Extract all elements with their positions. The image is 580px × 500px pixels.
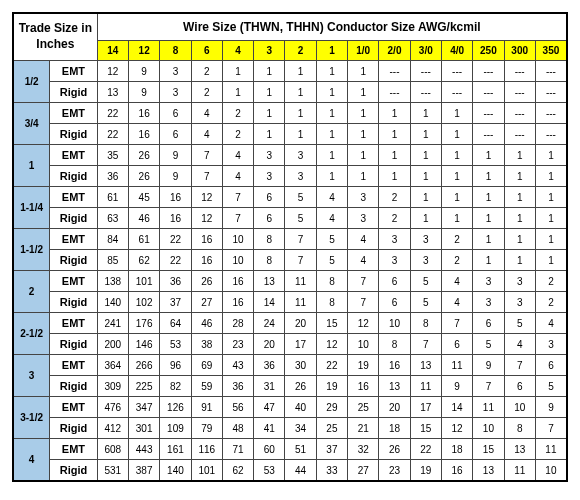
value-cell: 6 <box>535 355 567 376</box>
value-cell: 5 <box>410 292 441 313</box>
value-cell: 26 <box>379 439 410 460</box>
value-cell: 101 <box>129 271 160 292</box>
value-cell: 309 <box>97 376 128 397</box>
value-cell: 40 <box>285 397 316 418</box>
trade-size-cell: 3-1/2 <box>13 397 50 439</box>
trade-size-cell: 2-1/2 <box>13 313 50 355</box>
value-cell: 16 <box>222 271 253 292</box>
value-cell: --- <box>441 82 472 103</box>
value-cell: 12 <box>316 334 347 355</box>
value-cell: --- <box>379 82 410 103</box>
value-cell: 1 <box>535 187 567 208</box>
value-cell: 44 <box>285 460 316 482</box>
value-cell: 1 <box>379 145 410 166</box>
conduit-type-cell: Rigid <box>50 124 98 145</box>
table-row: 3/4EMT22166421111111--------- <box>13 103 567 124</box>
value-cell: 96 <box>160 355 191 376</box>
value-cell: 1 <box>348 103 379 124</box>
conduit-type-cell: EMT <box>50 313 98 334</box>
value-cell: 1 <box>316 166 347 187</box>
value-cell: 7 <box>348 271 379 292</box>
value-cell: 10 <box>379 313 410 334</box>
value-cell: 45 <box>129 187 160 208</box>
value-cell: 6 <box>441 334 472 355</box>
value-cell: 9 <box>160 166 191 187</box>
value-cell: 1 <box>535 229 567 250</box>
table-row: 1-1/4EMT6145161276543211111 <box>13 187 567 208</box>
value-cell: 7 <box>410 334 441 355</box>
col-header: 4 <box>222 41 253 61</box>
value-cell: 1 <box>473 250 504 271</box>
table-row: Rigid3092258259363126191613119765 <box>13 376 567 397</box>
value-cell: 126 <box>160 397 191 418</box>
value-cell: 1 <box>285 103 316 124</box>
value-cell: 1 <box>441 124 472 145</box>
value-cell: 12 <box>348 313 379 334</box>
table-row: Rigid4123011097948413425211815121087 <box>13 418 567 439</box>
value-cell: 10 <box>348 334 379 355</box>
value-cell: 26 <box>129 166 160 187</box>
value-cell: 2 <box>535 271 567 292</box>
value-cell: 5 <box>285 208 316 229</box>
value-cell: 2 <box>441 250 472 271</box>
value-cell: 1 <box>473 208 504 229</box>
value-cell: --- <box>473 82 504 103</box>
table-row: 1EMT35269743311111111 <box>13 145 567 166</box>
value-cell: 1 <box>348 145 379 166</box>
value-cell: 91 <box>191 397 222 418</box>
value-cell: 3 <box>160 82 191 103</box>
value-cell: 15 <box>316 313 347 334</box>
value-cell: 63 <box>97 208 128 229</box>
value-cell: 1 <box>379 103 410 124</box>
value-cell: 11 <box>535 439 567 460</box>
table-row: 4EMT6084431611167160513732262218151311 <box>13 439 567 460</box>
value-cell: 1 <box>410 124 441 145</box>
value-cell: --- <box>504 103 535 124</box>
trade-size-cell: 4 <box>13 439 50 482</box>
value-cell: 8 <box>316 292 347 313</box>
value-cell: 6 <box>379 292 410 313</box>
conduit-type-cell: EMT <box>50 439 98 460</box>
value-cell: 1 <box>285 124 316 145</box>
value-cell: 71 <box>222 439 253 460</box>
value-cell: 15 <box>473 439 504 460</box>
table-row: Rigid85622216108754332111 <box>13 250 567 271</box>
trade-size-cell: 1/2 <box>13 61 50 103</box>
value-cell: 476 <box>97 397 128 418</box>
value-cell: 21 <box>348 418 379 439</box>
value-cell: 61 <box>97 187 128 208</box>
value-cell: --- <box>410 61 441 82</box>
value-cell: 25 <box>316 418 347 439</box>
value-cell: 1 <box>254 124 285 145</box>
value-cell: 19 <box>410 460 441 482</box>
value-cell: --- <box>473 124 504 145</box>
value-cell: 1 <box>535 166 567 187</box>
value-cell: 11 <box>285 292 316 313</box>
value-cell: 1 <box>473 166 504 187</box>
value-cell: --- <box>504 82 535 103</box>
value-cell: 1 <box>410 103 441 124</box>
value-cell: 19 <box>316 376 347 397</box>
value-cell: 266 <box>129 355 160 376</box>
value-cell: 47 <box>254 397 285 418</box>
value-cell: 6 <box>473 313 504 334</box>
trade-size-cell: 3/4 <box>13 103 50 145</box>
value-cell: 1 <box>473 145 504 166</box>
header-trade-size: Trade Size in Inches <box>13 13 97 61</box>
value-cell: 61 <box>129 229 160 250</box>
table-row: Rigid1393211111------------------ <box>13 82 567 103</box>
conduit-type-cell: Rigid <box>50 82 98 103</box>
value-cell: 6 <box>160 124 191 145</box>
value-cell: 3 <box>285 145 316 166</box>
value-cell: 3 <box>348 187 379 208</box>
value-cell: 4 <box>316 187 347 208</box>
col-header: 3/0 <box>410 41 441 61</box>
value-cell: 3 <box>254 145 285 166</box>
value-cell: 7 <box>191 166 222 187</box>
value-cell: 69 <box>191 355 222 376</box>
value-cell: 2 <box>222 103 253 124</box>
value-cell: 37 <box>316 439 347 460</box>
value-cell: 109 <box>160 418 191 439</box>
value-cell: 37 <box>160 292 191 313</box>
value-cell: 5 <box>410 271 441 292</box>
